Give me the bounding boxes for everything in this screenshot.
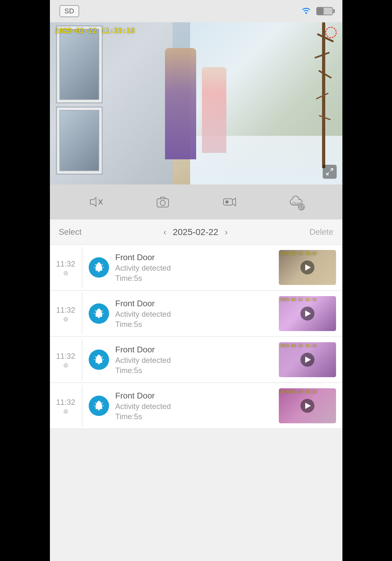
alert-thumbnail[interactable]: 2025-02-22 11:32: [279, 342, 336, 377]
timeline-dot: [64, 409, 68, 414]
alert-icon-bg: [89, 350, 109, 370]
alert-thumbnail[interactable]: 2025-02-22 11:32: [279, 296, 336, 331]
alert-info: Front Door Activity detected Time:5s: [115, 345, 272, 375]
alert-time-col: 11:32: [50, 349, 82, 371]
alert-name: Front Door: [115, 345, 272, 355]
svg-marker-3: [90, 197, 96, 206]
alert-time: 11:32: [56, 398, 75, 407]
alert-item[interactable]: 11:32: [50, 337, 342, 383]
record-indicator: [325, 27, 337, 38]
people-area: [161, 42, 243, 168]
alert-item[interactable]: 11:32: [50, 291, 342, 336]
alert-time-col: 11:32: [50, 395, 82, 417]
alert-info: Front Door Activity detected Time:5s: [115, 299, 272, 329]
play-overlay[interactable]: [279, 250, 336, 285]
next-date-button[interactable]: ›: [225, 227, 228, 237]
mute-icon: [88, 194, 104, 210]
timeline-dot: [64, 271, 68, 275]
play-triangle: [305, 310, 311, 317]
svg-point-0: [305, 12, 307, 14]
play-overlay[interactable]: [279, 388, 336, 423]
alert-name: Front Door: [115, 391, 272, 401]
play-overlay[interactable]: [279, 296, 336, 331]
alert-info: Front Door Activity detected Time:5s: [115, 253, 272, 283]
alarm-icon: [93, 261, 105, 274]
screenshot-button[interactable]: [155, 194, 171, 210]
alert-thumbnail[interactable]: 2025-02-22 11:32: [279, 388, 336, 423]
alert-content: Front Door Activity detected Time:5s 202…: [82, 291, 342, 336]
alert-content: Front Door Activity detected Time:5s 202…: [82, 383, 342, 428]
alert-icon-wrap: [89, 396, 109, 416]
status-bar: SD: [50, 0, 342, 22]
status-icons: [300, 6, 333, 17]
alert-name: Front Door: [115, 299, 272, 308]
cloud-button[interactable]: Cloud 17: [288, 194, 304, 210]
sd-badge: SD: [59, 5, 79, 17]
alert-desc: Activity detected: [115, 356, 272, 365]
svg-rect-6: [157, 199, 168, 207]
play-triangle: [305, 357, 311, 363]
expand-icon: [326, 168, 334, 176]
svg-rect-15: [98, 262, 100, 263]
alert-icon-bg: [89, 303, 109, 324]
record-button[interactable]: [222, 194, 237, 210]
alert-item[interactable]: 11:32: [50, 245, 342, 290]
svg-marker-9: [232, 198, 236, 206]
select-button[interactable]: Select: [59, 227, 82, 237]
phone-container: SD: [50, 0, 342, 561]
svg-point-23: [98, 409, 100, 411]
alert-info: Front Door Activity detected Time:5s: [115, 391, 272, 421]
timeline-dot: [64, 363, 68, 368]
mute-button[interactable]: [88, 194, 104, 210]
date-navigation: ‹ 2025-02-22 ›: [163, 227, 228, 237]
play-overlay[interactable]: [279, 342, 336, 377]
alert-icon-wrap: [89, 303, 109, 324]
alert-time: 11:32: [56, 306, 75, 315]
alert-time-col: 11:32: [50, 302, 82, 325]
alert-icon-wrap: [89, 350, 109, 370]
alert-duration: Time:5s: [115, 412, 272, 421]
svg-rect-24: [98, 401, 100, 402]
delete-button[interactable]: Delete: [309, 227, 333, 237]
camera-feed[interactable]: 2025-02-22 11:33:18: [50, 22, 342, 184]
alert-desc: Activity detected: [115, 264, 272, 273]
alert-duration: Time:5s: [115, 274, 272, 283]
alert-desc: Activity detected: [115, 310, 272, 319]
svg-rect-18: [98, 308, 100, 309]
alert-time-col: 11:32: [50, 256, 82, 279]
svg-rect-21: [98, 355, 100, 356]
svg-point-17: [98, 317, 100, 318]
alarm-icon: [93, 354, 105, 366]
alerts-toolbar: Select ‹ 2025-02-22 › Delete: [50, 219, 342, 245]
cloud-badge: 17: [298, 204, 305, 211]
window-frame-top: [56, 25, 103, 103]
alert-duration: Time:5s: [115, 366, 272, 375]
alert-icon-bg: [89, 396, 109, 416]
svg-line-2: [327, 172, 329, 175]
alert-content: Front Door Activity detected Time:5s 202…: [82, 245, 342, 290]
play-triangle: [305, 403, 311, 409]
alert-icon-bg: [89, 257, 109, 278]
battery-icon: [316, 7, 333, 15]
prev-date-button[interactable]: ‹: [163, 227, 166, 237]
play-circle: [300, 353, 314, 367]
cloud-icon: Cloud 17: [288, 194, 304, 210]
alert-time: 11:32: [56, 352, 75, 361]
alert-item[interactable]: 11:32: [50, 383, 342, 429]
alert-content: Front Door Activity detected Time:5s 202…: [82, 337, 342, 382]
record-ring: [325, 27, 337, 38]
camera-timestamp: 2025-02-22 11:33:18: [55, 27, 135, 35]
alert-duration: Time:5s: [115, 320, 272, 329]
svg-line-1: [330, 169, 333, 171]
alert-name: Front Door: [115, 253, 272, 262]
alert-thumbnail[interactable]: 2025-02-22 11:32: [279, 250, 336, 285]
window-glass-top: [59, 29, 99, 100]
camera-icon: [155, 194, 171, 210]
expand-button[interactable]: [323, 165, 337, 179]
window-glass-bottom: [59, 110, 99, 171]
play-circle: [300, 399, 314, 413]
window-panel-left: [50, 22, 173, 184]
alarm-icon: [93, 308, 105, 320]
alert-time: 11:32: [56, 260, 75, 268]
control-bar: Cloud 17: [50, 184, 342, 219]
